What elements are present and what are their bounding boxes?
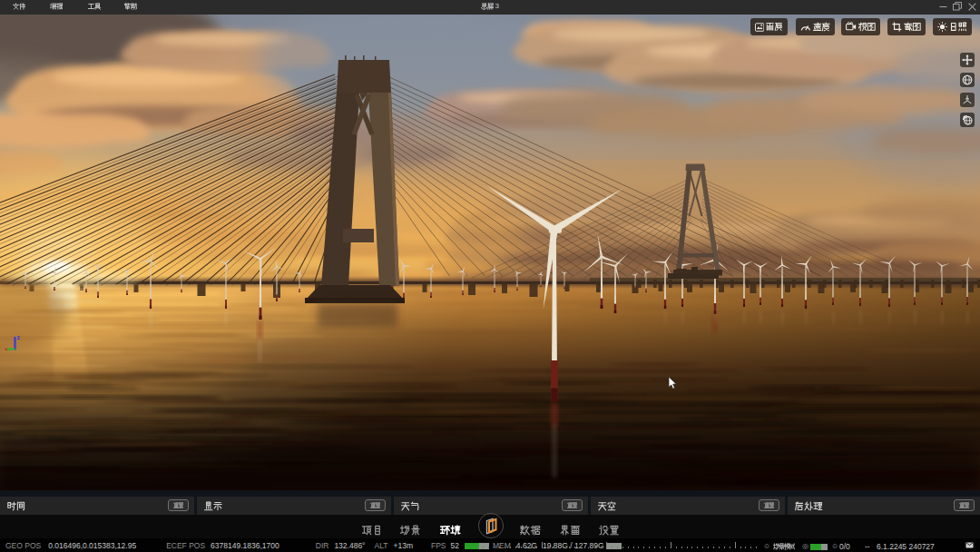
svg-text:z: z (17, 334, 21, 340)
